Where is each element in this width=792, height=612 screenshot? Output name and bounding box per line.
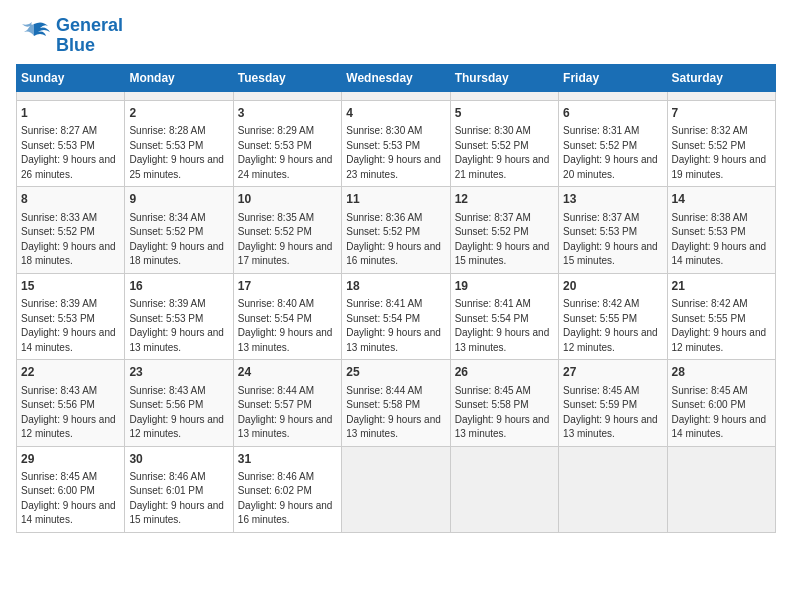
day-info: Sunrise: 8:39 AM Sunset: 5:53 PM Dayligh… — [129, 297, 228, 355]
day-number: 7 — [672, 105, 771, 122]
calendar-day: 7Sunrise: 8:32 AM Sunset: 5:52 PM Daylig… — [667, 101, 775, 187]
day-info: Sunrise: 8:45 AM Sunset: 5:58 PM Dayligh… — [455, 384, 554, 442]
calendar-day: 8Sunrise: 8:33 AM Sunset: 5:52 PM Daylig… — [17, 187, 125, 273]
day-info: Sunrise: 8:46 AM Sunset: 6:01 PM Dayligh… — [129, 470, 228, 528]
day-number: 2 — [129, 105, 228, 122]
column-header-tuesday: Tuesday — [233, 65, 341, 92]
day-info: Sunrise: 8:43 AM Sunset: 5:56 PM Dayligh… — [129, 384, 228, 442]
calendar-day: 5Sunrise: 8:30 AM Sunset: 5:52 PM Daylig… — [450, 101, 558, 187]
day-number: 15 — [21, 278, 120, 295]
calendar-day: 12Sunrise: 8:37 AM Sunset: 5:52 PM Dayli… — [450, 187, 558, 273]
day-info: Sunrise: 8:42 AM Sunset: 5:55 PM Dayligh… — [563, 297, 662, 355]
logo-text: General Blue — [56, 16, 123, 56]
day-number: 24 — [238, 364, 337, 381]
day-info: Sunrise: 8:31 AM Sunset: 5:52 PM Dayligh… — [563, 124, 662, 182]
day-info: Sunrise: 8:45 AM Sunset: 6:00 PM Dayligh… — [21, 470, 120, 528]
day-info: Sunrise: 8:44 AM Sunset: 5:58 PM Dayligh… — [346, 384, 445, 442]
day-info: Sunrise: 8:45 AM Sunset: 6:00 PM Dayligh… — [672, 384, 771, 442]
day-number: 20 — [563, 278, 662, 295]
day-number: 12 — [455, 191, 554, 208]
day-number: 6 — [563, 105, 662, 122]
column-header-thursday: Thursday — [450, 65, 558, 92]
calendar-day: 21Sunrise: 8:42 AM Sunset: 5:55 PM Dayli… — [667, 273, 775, 359]
calendar-day: 6Sunrise: 8:31 AM Sunset: 5:52 PM Daylig… — [559, 101, 667, 187]
day-number: 16 — [129, 278, 228, 295]
calendar-day — [559, 92, 667, 101]
day-info: Sunrise: 8:37 AM Sunset: 5:52 PM Dayligh… — [455, 211, 554, 269]
calendar-week-4: 15Sunrise: 8:39 AM Sunset: 5:53 PM Dayli… — [17, 273, 776, 359]
calendar-day — [450, 446, 558, 532]
day-number: 21 — [672, 278, 771, 295]
column-header-sunday: Sunday — [17, 65, 125, 92]
calendar-day: 19Sunrise: 8:41 AM Sunset: 5:54 PM Dayli… — [450, 273, 558, 359]
day-info: Sunrise: 8:37 AM Sunset: 5:53 PM Dayligh… — [563, 211, 662, 269]
day-number: 14 — [672, 191, 771, 208]
calendar-day — [559, 446, 667, 532]
calendar-day: 14Sunrise: 8:38 AM Sunset: 5:53 PM Dayli… — [667, 187, 775, 273]
page-header: General Blue — [16, 16, 776, 56]
day-number: 11 — [346, 191, 445, 208]
calendar-week-5: 22Sunrise: 8:43 AM Sunset: 5:56 PM Dayli… — [17, 360, 776, 446]
calendar-day: 15Sunrise: 8:39 AM Sunset: 5:53 PM Dayli… — [17, 273, 125, 359]
calendar-day — [667, 446, 775, 532]
day-number: 22 — [21, 364, 120, 381]
day-info: Sunrise: 8:28 AM Sunset: 5:53 PM Dayligh… — [129, 124, 228, 182]
day-info: Sunrise: 8:36 AM Sunset: 5:52 PM Dayligh… — [346, 211, 445, 269]
calendar-day: 20Sunrise: 8:42 AM Sunset: 5:55 PM Dayli… — [559, 273, 667, 359]
calendar-day: 16Sunrise: 8:39 AM Sunset: 5:53 PM Dayli… — [125, 273, 233, 359]
calendar-week-3: 8Sunrise: 8:33 AM Sunset: 5:52 PM Daylig… — [17, 187, 776, 273]
day-info: Sunrise: 8:30 AM Sunset: 5:52 PM Dayligh… — [455, 124, 554, 182]
calendar-day: 28Sunrise: 8:45 AM Sunset: 6:00 PM Dayli… — [667, 360, 775, 446]
calendar-day: 4Sunrise: 8:30 AM Sunset: 5:53 PM Daylig… — [342, 101, 450, 187]
calendar-day: 22Sunrise: 8:43 AM Sunset: 5:56 PM Dayli… — [17, 360, 125, 446]
day-info: Sunrise: 8:27 AM Sunset: 5:53 PM Dayligh… — [21, 124, 120, 182]
day-number: 29 — [21, 451, 120, 468]
day-info: Sunrise: 8:33 AM Sunset: 5:52 PM Dayligh… — [21, 211, 120, 269]
calendar-day: 23Sunrise: 8:43 AM Sunset: 5:56 PM Dayli… — [125, 360, 233, 446]
day-info: Sunrise: 8:32 AM Sunset: 5:52 PM Dayligh… — [672, 124, 771, 182]
day-info: Sunrise: 8:41 AM Sunset: 5:54 PM Dayligh… — [455, 297, 554, 355]
day-info: Sunrise: 8:34 AM Sunset: 5:52 PM Dayligh… — [129, 211, 228, 269]
calendar-day — [667, 92, 775, 101]
calendar-week-1 — [17, 92, 776, 101]
logo-icon — [16, 16, 52, 52]
calendar-day: 29Sunrise: 8:45 AM Sunset: 6:00 PM Dayli… — [17, 446, 125, 532]
day-number: 3 — [238, 105, 337, 122]
column-header-wednesday: Wednesday — [342, 65, 450, 92]
day-info: Sunrise: 8:41 AM Sunset: 5:54 PM Dayligh… — [346, 297, 445, 355]
day-number: 17 — [238, 278, 337, 295]
day-number: 23 — [129, 364, 228, 381]
calendar-table: SundayMondayTuesdayWednesdayThursdayFrid… — [16, 64, 776, 533]
calendar-day: 31Sunrise: 8:46 AM Sunset: 6:02 PM Dayli… — [233, 446, 341, 532]
day-info: Sunrise: 8:29 AM Sunset: 5:53 PM Dayligh… — [238, 124, 337, 182]
calendar-day: 13Sunrise: 8:37 AM Sunset: 5:53 PM Dayli… — [559, 187, 667, 273]
day-number: 10 — [238, 191, 337, 208]
calendar-day: 25Sunrise: 8:44 AM Sunset: 5:58 PM Dayli… — [342, 360, 450, 446]
calendar-day: 11Sunrise: 8:36 AM Sunset: 5:52 PM Dayli… — [342, 187, 450, 273]
calendar-day — [342, 446, 450, 532]
calendar-day: 9Sunrise: 8:34 AM Sunset: 5:52 PM Daylig… — [125, 187, 233, 273]
day-info: Sunrise: 8:39 AM Sunset: 5:53 PM Dayligh… — [21, 297, 120, 355]
day-number: 4 — [346, 105, 445, 122]
column-header-saturday: Saturday — [667, 65, 775, 92]
day-number: 19 — [455, 278, 554, 295]
column-header-friday: Friday — [559, 65, 667, 92]
calendar-day — [450, 92, 558, 101]
day-info: Sunrise: 8:40 AM Sunset: 5:54 PM Dayligh… — [238, 297, 337, 355]
day-info: Sunrise: 8:38 AM Sunset: 5:53 PM Dayligh… — [672, 211, 771, 269]
calendar-day: 24Sunrise: 8:44 AM Sunset: 5:57 PM Dayli… — [233, 360, 341, 446]
day-number: 1 — [21, 105, 120, 122]
day-number: 8 — [21, 191, 120, 208]
calendar-day: 26Sunrise: 8:45 AM Sunset: 5:58 PM Dayli… — [450, 360, 558, 446]
calendar-day: 27Sunrise: 8:45 AM Sunset: 5:59 PM Dayli… — [559, 360, 667, 446]
calendar-day — [342, 92, 450, 101]
day-number: 13 — [563, 191, 662, 208]
calendar-week-2: 1Sunrise: 8:27 AM Sunset: 5:53 PM Daylig… — [17, 101, 776, 187]
column-header-monday: Monday — [125, 65, 233, 92]
day-number: 27 — [563, 364, 662, 381]
calendar-day: 17Sunrise: 8:40 AM Sunset: 5:54 PM Dayli… — [233, 273, 341, 359]
day-info: Sunrise: 8:44 AM Sunset: 5:57 PM Dayligh… — [238, 384, 337, 442]
day-number: 28 — [672, 364, 771, 381]
calendar-day: 10Sunrise: 8:35 AM Sunset: 5:52 PM Dayli… — [233, 187, 341, 273]
day-number: 25 — [346, 364, 445, 381]
